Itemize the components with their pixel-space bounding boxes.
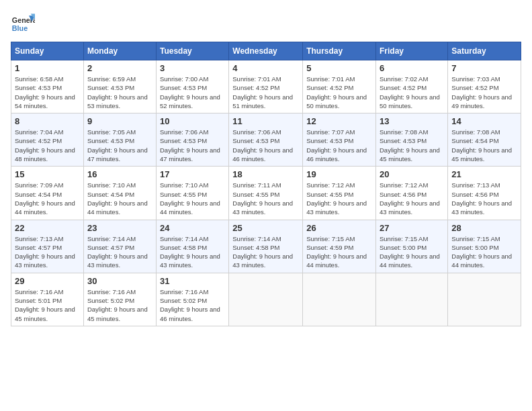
col-header-thursday: Thursday — [303, 42, 376, 60]
day-info: Sunrise: 7:16 AMSunset: 5:01 PMDaylight:… — [15, 288, 75, 322]
calendar-cell: 31 Sunrise: 7:16 AMSunset: 5:02 PMDaylig… — [156, 273, 228, 326]
calendar-cell: 28 Sunrise: 7:15 AMSunset: 5:00 PMDaylig… — [448, 220, 521, 273]
day-info: Sunrise: 7:16 AMSunset: 5:02 PMDaylight:… — [87, 288, 148, 322]
day-info: Sunrise: 7:14 AMSunset: 4:58 PMDaylight:… — [232, 235, 293, 269]
day-info: Sunrise: 7:00 AMSunset: 4:53 PMDaylight:… — [160, 75, 220, 109]
day-number: 21 — [451, 169, 517, 179]
calendar-cell: 17 Sunrise: 7:10 AMSunset: 4:55 PMDaylig… — [156, 167, 228, 220]
calendar-cell: 29 Sunrise: 7:16 AMSunset: 5:01 PMDaylig… — [11, 273, 84, 326]
calendar-cell: 3 Sunrise: 7:00 AMSunset: 4:53 PMDayligh… — [156, 60, 228, 113]
calendar-cell: 21 Sunrise: 7:13 AMSunset: 4:56 PMDaylig… — [448, 167, 521, 220]
day-number: 23 — [87, 223, 152, 233]
day-number: 3 — [160, 63, 225, 73]
day-info: Sunrise: 7:01 AMSunset: 4:52 PMDaylight:… — [306, 75, 367, 109]
week-row-2: 8 Sunrise: 7:04 AMSunset: 4:52 PMDayligh… — [11, 113, 521, 167]
day-number: 27 — [380, 223, 444, 233]
day-number: 25 — [232, 223, 299, 233]
calendar-cell: 19 Sunrise: 7:12 AMSunset: 4:55 PMDaylig… — [303, 167, 376, 220]
calendar-cell: 22 Sunrise: 7:13 AMSunset: 4:57 PMDaylig… — [11, 220, 84, 273]
calendar-cell: 4 Sunrise: 7:01 AMSunset: 4:52 PMDayligh… — [229, 60, 303, 113]
day-number: 5 — [306, 63, 372, 73]
day-number: 28 — [451, 223, 517, 233]
day-info: Sunrise: 6:59 AMSunset: 4:53 PMDaylight:… — [87, 75, 148, 109]
day-info: Sunrise: 7:11 AMSunset: 4:55 PMDaylight:… — [232, 181, 293, 216]
calendar-cell: 2 Sunrise: 6:59 AMSunset: 4:53 PMDayligh… — [83, 60, 156, 113]
day-number: 22 — [15, 223, 80, 233]
logo: General Blue — [11, 11, 35, 35]
calendar-table: SundayMondayTuesdayWednesdayThursdayFrid… — [11, 42, 521, 326]
day-info: Sunrise: 7:14 AMSunset: 4:58 PMDaylight:… — [160, 235, 220, 269]
day-info: Sunrise: 7:02 AMSunset: 4:52 PMDaylight:… — [380, 75, 440, 109]
calendar-cell: 1 Sunrise: 6:58 AMSunset: 4:53 PMDayligh… — [11, 60, 84, 113]
day-number: 10 — [160, 116, 225, 126]
week-row-3: 15 Sunrise: 7:09 AMSunset: 4:54 PMDaylig… — [11, 167, 521, 220]
day-number: 8 — [15, 116, 80, 126]
day-number: 4 — [232, 63, 299, 73]
day-number: 13 — [380, 116, 444, 126]
week-row-1: 1 Sunrise: 6:58 AMSunset: 4:53 PMDayligh… — [11, 60, 521, 113]
day-info: Sunrise: 7:05 AMSunset: 4:53 PMDaylight:… — [87, 128, 148, 163]
day-number: 17 — [160, 169, 225, 179]
day-number: 24 — [160, 223, 225, 233]
day-info: Sunrise: 7:12 AMSunset: 4:56 PMDaylight:… — [380, 181, 440, 216]
page-header: General Blue — [11, 11, 521, 35]
day-info: Sunrise: 7:06 AMSunset: 4:53 PMDaylight:… — [232, 128, 293, 163]
col-header-sunday: Sunday — [11, 42, 84, 60]
col-header-monday: Monday — [83, 42, 156, 60]
calendar-cell: 16 Sunrise: 7:10 AMSunset: 4:54 PMDaylig… — [83, 167, 156, 220]
week-row-4: 22 Sunrise: 7:13 AMSunset: 4:57 PMDaylig… — [11, 220, 521, 273]
day-number: 18 — [232, 169, 299, 179]
calendar-cell: 5 Sunrise: 7:01 AMSunset: 4:52 PMDayligh… — [303, 60, 376, 113]
day-info: Sunrise: 6:58 AMSunset: 4:53 PMDaylight:… — [15, 75, 75, 109]
calendar-cell: 10 Sunrise: 7:06 AMSunset: 4:53 PMDaylig… — [156, 113, 228, 167]
day-info: Sunrise: 7:04 AMSunset: 4:52 PMDaylight:… — [15, 128, 75, 163]
day-number: 31 — [160, 276, 225, 286]
calendar-cell: 13 Sunrise: 7:08 AMSunset: 4:53 PMDaylig… — [376, 113, 448, 167]
calendar-cell: 14 Sunrise: 7:08 AMSunset: 4:54 PMDaylig… — [448, 113, 521, 167]
calendar-cell: 27 Sunrise: 7:15 AMSunset: 5:00 PMDaylig… — [376, 220, 448, 273]
day-number: 12 — [306, 116, 372, 126]
col-header-saturday: Saturday — [448, 42, 521, 60]
calendar-cell: 23 Sunrise: 7:14 AMSunset: 4:57 PMDaylig… — [83, 220, 156, 273]
day-number: 11 — [232, 116, 299, 126]
svg-text:Blue: Blue — [12, 24, 28, 32]
day-info: Sunrise: 7:07 AMSunset: 4:53 PMDaylight:… — [306, 128, 367, 163]
calendar-cell: 8 Sunrise: 7:04 AMSunset: 4:52 PMDayligh… — [11, 113, 84, 167]
day-info: Sunrise: 7:15 AMSunset: 5:00 PMDaylight:… — [451, 235, 512, 269]
col-header-wednesday: Wednesday — [229, 42, 303, 60]
day-number: 20 — [380, 169, 444, 179]
calendar-cell: 7 Sunrise: 7:03 AMSunset: 4:52 PMDayligh… — [448, 60, 521, 113]
day-info: Sunrise: 7:15 AMSunset: 5:00 PMDaylight:… — [380, 235, 440, 269]
calendar-cell: 30 Sunrise: 7:16 AMSunset: 5:02 PMDaylig… — [83, 273, 156, 326]
calendar-cell: 6 Sunrise: 7:02 AMSunset: 4:52 PMDayligh… — [376, 60, 448, 113]
day-info: Sunrise: 7:08 AMSunset: 4:54 PMDaylight:… — [451, 128, 512, 163]
day-info: Sunrise: 7:12 AMSunset: 4:55 PMDaylight:… — [306, 181, 367, 216]
day-number: 19 — [306, 169, 372, 179]
day-info: Sunrise: 7:03 AMSunset: 4:52 PMDaylight:… — [451, 75, 512, 109]
day-number: 15 — [15, 169, 80, 179]
calendar-cell: 25 Sunrise: 7:14 AMSunset: 4:58 PMDaylig… — [229, 220, 303, 273]
day-number: 9 — [87, 116, 152, 126]
day-info: Sunrise: 7:01 AMSunset: 4:52 PMDaylight:… — [232, 75, 293, 109]
calendar-cell: 24 Sunrise: 7:14 AMSunset: 4:58 PMDaylig… — [156, 220, 228, 273]
calendar-cell — [229, 273, 303, 326]
col-header-friday: Friday — [376, 42, 448, 60]
day-info: Sunrise: 7:08 AMSunset: 4:53 PMDaylight:… — [380, 128, 440, 163]
logo-icon: General Blue — [11, 11, 35, 35]
day-info: Sunrise: 7:10 AMSunset: 4:55 PMDaylight:… — [160, 181, 220, 216]
week-row-5: 29 Sunrise: 7:16 AMSunset: 5:01 PMDaylig… — [11, 273, 521, 326]
calendar-cell: 11 Sunrise: 7:06 AMSunset: 4:53 PMDaylig… — [229, 113, 303, 167]
day-info: Sunrise: 7:06 AMSunset: 4:53 PMDaylight:… — [160, 128, 220, 163]
calendar-cell: 15 Sunrise: 7:09 AMSunset: 4:54 PMDaylig… — [11, 167, 84, 220]
day-number: 29 — [15, 276, 80, 286]
calendar-cell — [448, 273, 521, 326]
day-number: 16 — [87, 169, 152, 179]
calendar-cell — [376, 273, 448, 326]
day-number: 7 — [451, 63, 517, 73]
calendar-cell: 12 Sunrise: 7:07 AMSunset: 4:53 PMDaylig… — [303, 113, 376, 167]
day-number: 6 — [380, 63, 444, 73]
day-info: Sunrise: 7:16 AMSunset: 5:02 PMDaylight:… — [160, 288, 220, 322]
day-info: Sunrise: 7:13 AMSunset: 4:57 PMDaylight:… — [15, 235, 75, 269]
day-info: Sunrise: 7:10 AMSunset: 4:54 PMDaylight:… — [87, 181, 148, 216]
calendar-header-row: SundayMondayTuesdayWednesdayThursdayFrid… — [11, 42, 521, 60]
